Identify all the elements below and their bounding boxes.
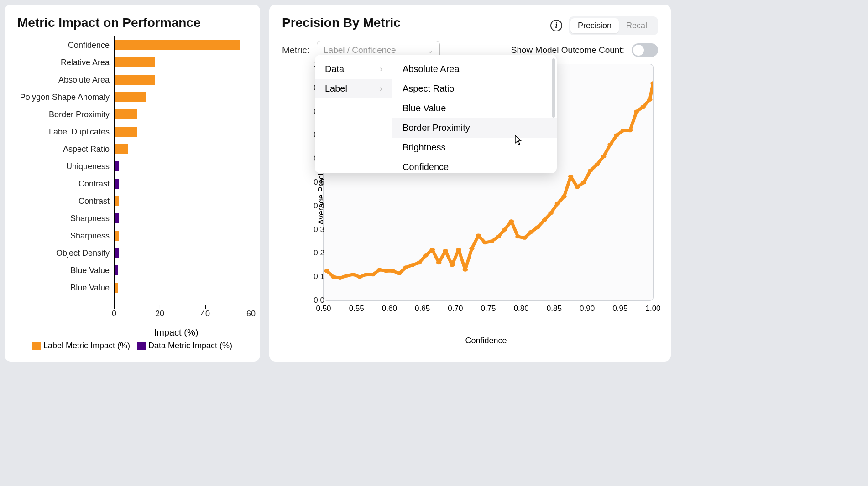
recall-tab[interactable]: Recall bbox=[619, 18, 656, 33]
bar-row: Relative Area bbox=[114, 57, 155, 67]
bar-row: Absolute Area bbox=[114, 75, 155, 85]
bar-label: Blue Value bbox=[14, 283, 110, 293]
svg-point-15 bbox=[423, 253, 429, 257]
svg-point-19 bbox=[450, 263, 455, 267]
svg-point-49 bbox=[647, 98, 653, 102]
bar-row: Border Proximity bbox=[114, 109, 137, 119]
bar bbox=[114, 265, 118, 275]
svg-point-22 bbox=[469, 247, 475, 250]
svg-point-30 bbox=[522, 236, 528, 240]
svg-point-35 bbox=[555, 202, 560, 205]
metric-select-label: Metric: bbox=[282, 45, 309, 56]
svg-point-44 bbox=[614, 133, 620, 137]
bar-row: Blue Value bbox=[114, 265, 118, 275]
bar-label: Sharpness bbox=[14, 214, 110, 223]
line-xlabel: Confidence bbox=[314, 336, 658, 346]
svg-point-29 bbox=[515, 235, 521, 238]
metric-impact-panel: Metric Impact on Performance ConfidenceR… bbox=[5, 5, 260, 362]
svg-point-17 bbox=[436, 261, 442, 264]
svg-point-50 bbox=[650, 81, 653, 85]
bar-row: Object Density bbox=[114, 248, 119, 258]
svg-point-11 bbox=[397, 271, 402, 275]
bar bbox=[114, 231, 119, 241]
svg-point-42 bbox=[601, 155, 607, 158]
svg-point-43 bbox=[607, 143, 613, 146]
chevron-right-icon: › bbox=[380, 84, 382, 93]
bar-label: Confidence bbox=[14, 41, 110, 50]
bar bbox=[114, 248, 119, 258]
info-icon[interactable]: i bbox=[550, 20, 562, 31]
svg-point-12 bbox=[403, 265, 409, 269]
bar bbox=[114, 75, 155, 85]
svg-point-9 bbox=[383, 269, 389, 273]
svg-point-1 bbox=[331, 275, 336, 279]
line-x-tick: 0.65 bbox=[415, 304, 430, 313]
bar bbox=[114, 127, 137, 137]
bar bbox=[114, 213, 119, 223]
show-outcome-count-label: Show Model Outcome Count: bbox=[511, 45, 624, 55]
bar-label: Uniqueness bbox=[14, 162, 110, 171]
bar-row: Sharpness bbox=[114, 213, 119, 223]
svg-point-14 bbox=[417, 261, 422, 264]
precision-tab[interactable]: Precision bbox=[570, 18, 619, 33]
cascade-subitem[interactable]: Absolute Area bbox=[392, 59, 557, 79]
bar-label: Contrast bbox=[14, 179, 110, 189]
bar-row: Contrast bbox=[114, 179, 119, 189]
svg-point-37 bbox=[568, 175, 574, 178]
svg-point-40 bbox=[588, 169, 593, 172]
bar-xlabel: Impact (%) bbox=[114, 327, 238, 338]
line-x-tick: 0.50 bbox=[316, 304, 331, 313]
svg-point-4 bbox=[350, 273, 356, 276]
bar-row: Uniqueness bbox=[114, 161, 119, 171]
chevron-right-icon: › bbox=[380, 64, 382, 74]
svg-point-48 bbox=[641, 105, 646, 109]
svg-point-6 bbox=[364, 273, 369, 276]
legend-item-data-metric: Data Metric Impact (%) bbox=[137, 341, 232, 351]
cascade-subitem[interactable]: Aspect Ratio bbox=[392, 79, 557, 98]
bar bbox=[114, 179, 119, 189]
bar-row: Blue Value bbox=[114, 283, 118, 293]
svg-point-27 bbox=[502, 227, 507, 231]
svg-point-32 bbox=[535, 225, 541, 229]
precision-by-metric-panel: Precision By Metric i Precision Recall M… bbox=[269, 5, 671, 362]
bar-legend: Label Metric Impact (%) Data Metric Impa… bbox=[17, 341, 247, 351]
bar-label: Polygon Shape Anomaly bbox=[14, 93, 110, 102]
line-x-tick: 0.60 bbox=[382, 304, 397, 313]
cascade-subitem[interactable]: Blue Value bbox=[392, 98, 557, 118]
cascade-subitem[interactable]: Border Proximity bbox=[392, 118, 557, 138]
dropdown-scrollbar[interactable] bbox=[552, 58, 555, 118]
bar bbox=[114, 161, 119, 171]
cascade-item-data[interactable]: Data› bbox=[315, 59, 392, 79]
svg-point-41 bbox=[594, 163, 600, 166]
bar-x-tick: 60 bbox=[246, 309, 256, 319]
svg-point-24 bbox=[482, 241, 488, 244]
svg-point-8 bbox=[377, 268, 382, 272]
svg-point-18 bbox=[443, 249, 448, 253]
svg-point-10 bbox=[390, 269, 396, 273]
cascade-subitem[interactable]: Brightness bbox=[392, 138, 557, 157]
line-x-tick: 0.80 bbox=[514, 304, 529, 313]
line-x-tick: 0.85 bbox=[547, 304, 562, 313]
bar bbox=[114, 92, 146, 102]
svg-point-13 bbox=[410, 263, 415, 267]
bar-x-tick: 40 bbox=[201, 309, 210, 319]
svg-point-7 bbox=[371, 273, 376, 276]
line-x-tick: 0.75 bbox=[481, 304, 496, 313]
svg-point-3 bbox=[344, 274, 350, 277]
cascade-item-label[interactable]: Label› bbox=[315, 79, 392, 98]
svg-point-36 bbox=[561, 195, 567, 198]
chevron-down-icon: ⌄ bbox=[427, 46, 433, 55]
bar bbox=[114, 196, 119, 206]
bar-row: Aspect Ratio bbox=[114, 144, 128, 154]
show-outcome-count-toggle[interactable] bbox=[632, 43, 658, 57]
bar bbox=[114, 109, 137, 119]
bar bbox=[114, 40, 240, 50]
metric-impact-title: Metric Impact on Performance bbox=[17, 16, 247, 30]
bar-x-tick: 0 bbox=[112, 309, 116, 319]
cascade-subitem[interactable]: Confidence bbox=[392, 157, 557, 173]
svg-point-20 bbox=[456, 248, 461, 251]
svg-point-16 bbox=[429, 248, 435, 251]
bar-label: Contrast bbox=[14, 196, 110, 206]
legend-item-label-metric: Label Metric Impact (%) bbox=[32, 341, 130, 351]
bar-row: Contrast bbox=[114, 196, 119, 206]
